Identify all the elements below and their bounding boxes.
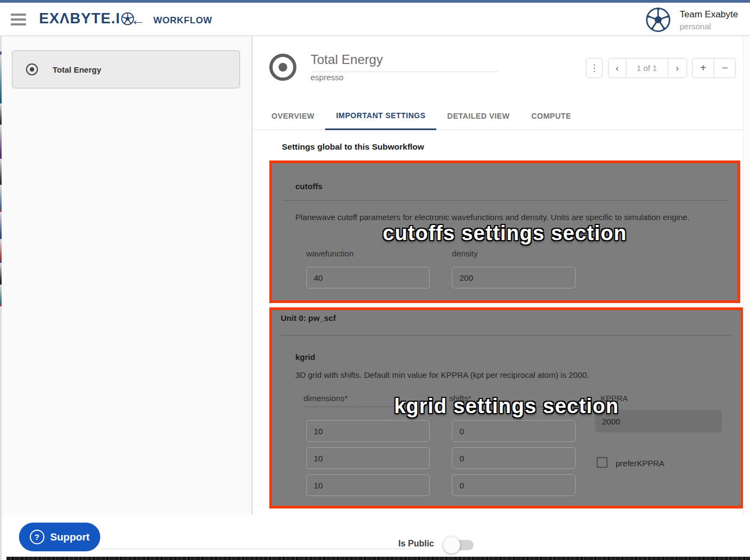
is-public-toggle[interactable] [443,535,475,555]
team-text: Team Exabyte personal [680,9,738,31]
tab-detailed-view[interactable]: DETAILED VIEW [436,102,520,130]
unit-pagination: ‹ 1 of 1 › [608,58,687,78]
annotation-cutoffs: cutoffs settings section [272,222,738,245]
prev-unit-button[interactable]: ‹ [609,59,626,78]
logo-text: EXΛBYTE.I [39,10,120,27]
subworkflow-sidebar: Total Energy [2,36,253,515]
remove-unit-button[interactable]: − [714,59,735,78]
exabyte-logo[interactable]: EXΛBYTE.I [39,10,134,27]
kgrid-settings-section: Unit 0: pw_scf kgrid 3D grid with shifts… [269,307,743,508]
wavefunction-label: wavefunction [306,249,354,258]
support-label: Support [50,531,90,543]
section-divider [281,335,732,336]
team-name: Team Exabyte [680,9,738,20]
back-arrow-icon[interactable]: ← [131,12,145,29]
unit-type-icon [269,54,296,81]
add-remove-group: + − [692,58,736,78]
tab-overview[interactable]: OVERVIEW [261,102,325,130]
account-menu[interactable]: Team Exabyte personal [645,7,738,33]
shifts-input-2[interactable]: 0 [452,474,576,496]
sidebar-item-label: Total Energy [53,65,101,74]
team-mode: personal [680,22,738,31]
question-icon: ? [30,530,44,544]
is-public-label: Is Public [398,539,434,549]
tab-compute[interactable]: COMPUTE [520,102,582,130]
exabyte-workflow-page: EXΛBYTE.I ← WORKFLOW [0,0,750,560]
app-bar: EXΛBYTE.I ← WORKFLOW [0,3,750,36]
toggle-knob [443,537,460,553]
section-divider [282,200,727,201]
kgrid-description: 3D grid with shifts. Default min value f… [295,369,589,382]
team-avatar [645,7,671,33]
dimensions-input-2[interactable]: 10 [306,474,430,496]
density-input[interactable]: 200 [452,267,576,288]
next-unit-button[interactable]: › [668,59,687,78]
radio-selected-icon [26,63,38,75]
prefer-kppra-label: preferKPPRA [616,459,664,468]
cutoffs-title: cutoffs [295,182,322,191]
annotation-kgrid: kgrid settings section [272,395,741,418]
sidebar-item-total-energy[interactable]: Total Energy [12,50,240,88]
density-label: density [452,249,478,258]
shifts-input-0[interactable]: 0 [452,420,576,442]
title-underline [311,72,499,72]
wavefunction-input[interactable]: 40 [306,267,430,288]
global-settings-heading: Settings global to this Subworkflow [282,142,424,152]
kgrid-title: kgrid [295,352,315,362]
tab-important-settings[interactable]: IMPORTANT SETTINGS [325,102,436,130]
support-button[interactable]: ? Support [19,523,100,551]
tab-bar: OVERVIEW IMPORTANT SETTINGS DETAILED VIE… [253,102,750,130]
unit0-title: Unit 0: pw_scf [281,313,336,323]
subworkflow-title[interactable]: Total Energy [311,52,383,67]
prefer-kppra-checkbox[interactable] [597,457,607,468]
more-options-button[interactable]: ⋮ [586,58,603,78]
application-name: espresso [311,73,344,82]
cutoffs-settings-section: cutoffs Planewave cutoff parameters for … [269,160,740,303]
scrollbar-gutter[interactable] [743,37,750,515]
footer-divider [100,549,413,549]
page-indicator: 1 of 1 [626,59,668,78]
dimensions-input-0[interactable]: 10 [306,420,430,442]
menu-icon[interactable] [11,14,26,25]
bottom-screen-artifact [7,557,750,560]
shifts-input-1[interactable]: 0 [452,447,576,469]
page-title: WORKFLOW [153,15,212,26]
dimensions-input-1[interactable]: 10 [306,447,430,469]
add-unit-button[interactable]: + [693,59,714,78]
